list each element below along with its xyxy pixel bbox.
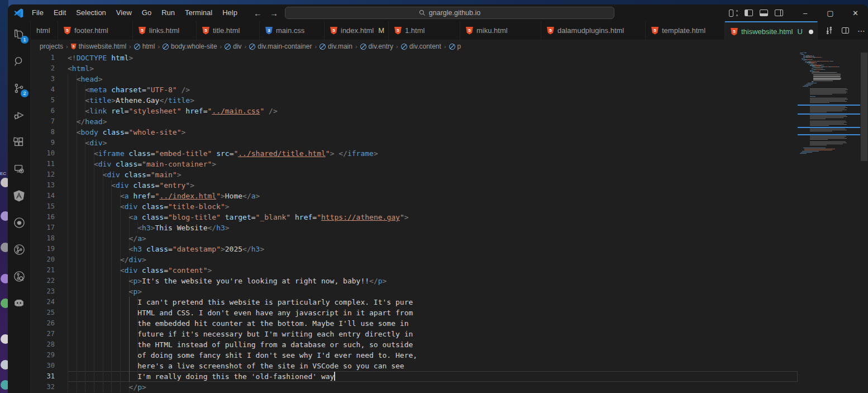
code-line-4: 4 <meta charset="UTF-8" /> [31, 84, 798, 95]
unsaved-dot-icon[interactable] [809, 30, 813, 34]
customize-layout-icon[interactable] [729, 10, 738, 17]
line-content: <body class="whole-site"> [68, 127, 798, 138]
menu-selection[interactable]: Selection [71, 4, 111, 21]
breadcrumb-separator: › [444, 43, 446, 50]
minimize-button[interactable]: – [793, 4, 818, 21]
breadcrumb-item-p[interactable]: p [449, 42, 462, 50]
breadcrumb-item-div-main[interactable]: div.main [319, 42, 353, 50]
line-number: 19 [31, 244, 68, 254]
tab-title-html[interactable]: 5title.html [197, 21, 260, 40]
breadcrumb-item-div-main-container[interactable]: div.main-container [249, 42, 312, 50]
gitlens-icon[interactable] [12, 269, 26, 283]
toggle-panel-icon[interactable] [760, 10, 768, 16]
desktop-icon [1, 299, 8, 308]
editor-scrollbar[interactable] [860, 53, 868, 393]
breadcrumb-item-div[interactable]: div [224, 42, 242, 50]
source-control-icon[interactable]: 2 [12, 81, 26, 96]
line-number: 10 [31, 148, 68, 159]
breadcrumb-item-div-entry[interactable]: div.entry [360, 42, 394, 50]
menu-go[interactable]: Go [137, 4, 156, 21]
maximize-button[interactable]: ▢ [818, 4, 843, 21]
angular-extension-icon[interactable] [12, 188, 26, 203]
code-line-22: 22 <p>It's the website you're looking at… [31, 276, 798, 286]
line-content: <h3>This Website</h3> [68, 222, 798, 233]
github-icon[interactable] [12, 215, 26, 230]
breadcrumb-item-thiswebsite-html[interactable]: 5thiswebsite.html [70, 42, 127, 50]
code-line-7: 7 </head> [31, 116, 798, 127]
tab-dalamudplugins-html[interactable]: 5dalamudplugins.html [541, 21, 646, 40]
search-icon[interactable] [12, 54, 26, 69]
command-center-search[interactable]: gnargle.github.io [285, 7, 614, 19]
line-content: <h3 class="datestamp">2025</h3> [68, 244, 798, 254]
breadcrumb-item-projects[interactable]: projects [39, 42, 64, 50]
breadcrumb-item-html[interactable]: html [133, 42, 156, 50]
tab-links-html[interactable]: 5links.html [133, 21, 197, 40]
tab-main-css[interactable]: 3main.css [260, 21, 325, 40]
menu-edit[interactable]: Edit [49, 4, 71, 21]
title-bar: FileEditSelectionViewGoRunTerminalHelp ←… [8, 4, 868, 21]
tab-1-html[interactable]: 51.html [389, 21, 460, 40]
breadcrumb-separator: › [220, 43, 222, 50]
line-content: <p> [68, 286, 798, 297]
line-number: 6 [31, 106, 68, 116]
toggle-primary-sidebar-icon[interactable] [745, 10, 753, 16]
code-line-1: 1<!DOCTYPE html> [31, 53, 798, 63]
explorer-icon[interactable]: 1 [12, 27, 26, 42]
html-file-icon: 5 [330, 27, 337, 35]
code-line-5: 5 <title>Athene.Gay</title> [31, 95, 798, 106]
extensions-icon[interactable] [12, 135, 26, 149]
nav-back-button[interactable]: ← [254, 8, 262, 18]
activity-bar: 1 2 [8, 21, 31, 393]
tab-label: title.html [213, 26, 240, 35]
breadcrumb-item-body-whole-site[interactable]: body.whole-site [162, 42, 218, 50]
menu-file[interactable]: File [27, 4, 49, 21]
line-number: 12 [31, 169, 68, 180]
godot-tools-icon[interactable] [12, 296, 26, 310]
breadcrumb-label: div [233, 42, 241, 50]
tab-miku-html[interactable]: 5miku.html [460, 21, 541, 40]
close-button[interactable]: ✕ [843, 4, 868, 21]
desktop-icon [1, 274, 8, 283]
menu-help[interactable]: Help [217, 4, 242, 21]
menu-view[interactable]: View [111, 4, 137, 21]
run-and-debug-icon[interactable] [12, 108, 26, 122]
tab-thiswebsite-html[interactable]: 5thiswebsite.htmlU [725, 21, 818, 41]
desktop-icon [1, 178, 8, 187]
line-number: 28 [31, 339, 68, 350]
css-file-icon: 3 [265, 27, 273, 35]
source-control-graph-icon[interactable] [12, 242, 26, 257]
line-number: 17 [31, 222, 68, 233]
menu-terminal[interactable]: Terminal [180, 4, 217, 21]
breadcrumb: projects›5thiswebsite.html›html›body.who… [31, 40, 868, 53]
line-number: 32 [31, 382, 68, 392]
split-editor-icon[interactable] [842, 27, 849, 34]
tab-template-html[interactable]: 5template.html [646, 21, 725, 40]
more-actions-icon[interactable]: ⋯ [857, 26, 866, 35]
line-number: 11 [31, 159, 68, 169]
tab-html[interactable]: html [31, 21, 58, 40]
breadcrumb-label: p [457, 42, 461, 50]
toggle-secondary-sidebar-icon[interactable] [775, 10, 783, 16]
code-line-24: 24 I can't pretend this website is parti… [31, 297, 798, 307]
breadcrumb-separator: › [396, 43, 398, 50]
html-file-icon: 5 [731, 28, 738, 36]
tab-footer-html[interactable]: 5footer.html [58, 21, 133, 40]
tab-label: template.html [662, 26, 705, 35]
scrollbar-slider[interactable] [861, 53, 867, 161]
line-content: HTML and CSS. I don't even have any java… [68, 307, 798, 318]
code-editor[interactable]: 1<!DOCTYPE html>2<html>3 <head>4 <meta c… [31, 53, 868, 393]
minimap[interactable] [798, 53, 860, 393]
remote-explorer-icon[interactable] [12, 162, 26, 176]
vscode-logo-icon [14, 8, 23, 18]
line-number: 27 [31, 329, 68, 339]
menu-run[interactable]: Run [156, 4, 180, 21]
open-changes-icon[interactable] [825, 26, 833, 35]
tab-index-html[interactable]: 5index.htmlM [325, 21, 389, 40]
nav-forward-button[interactable]: → [270, 8, 278, 18]
html-file-icon: 5 [64, 27, 71, 35]
code-line-29: 29 of doing some fancy shit I don't see … [31, 350, 798, 361]
breadcrumb-item-div-content[interactable]: div.content [400, 42, 442, 50]
html-file-icon: 5 [394, 27, 402, 35]
line-content: <link rel="stylesheet" href="../main.css… [68, 106, 798, 116]
line-content: <meta charset="UTF-8" /> [68, 84, 798, 95]
